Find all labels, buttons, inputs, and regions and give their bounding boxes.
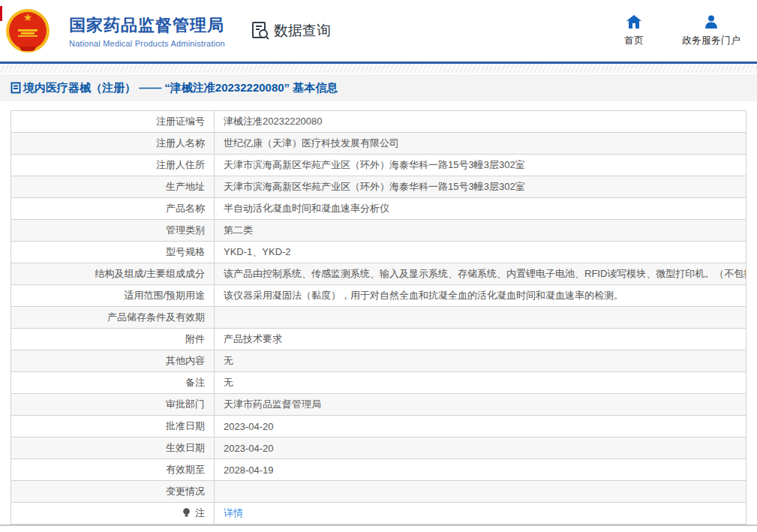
row-registrant-name: 注册人名称 世纪亿康（天津）医疗科技发展有限公司 [11, 133, 746, 155]
row-value: 半自动活化凝血时间和凝血速率分析仪 [215, 198, 746, 220]
breadcrumb-text: 境内医疗器械（注册） —— “津械注准20232220080” 基本信息 [23, 81, 338, 95]
bulb-icon [182, 508, 191, 518]
row-value: 该仪器采用凝固法（黏度），用于对自然全血和抗凝全血的活化凝血时间和凝血速率的检测… [215, 285, 746, 307]
data-query-menu[interactable]: 数据查询 [251, 21, 331, 41]
row-registrant-address: 注册人住所 天津市滨海高新区华苑产业区（环外）海泰华科一路15号3幢3层302室 [11, 155, 746, 176]
breadcrumb: 境内医疗器械（注册） —— “津械注准20232220080” 基本信息 [0, 74, 757, 101]
row-product-name: 产品名称 半自动活化凝血时间和凝血速率分析仪 [11, 198, 746, 220]
row-label: 型号规格 [166, 246, 205, 257]
row-label: 生效日期 [166, 442, 205, 453]
row-label: 变更情况 [166, 485, 205, 497]
row-approval-date: 批准日期 2023-04-20 [11, 416, 746, 437]
row-label: 产品名称 [166, 203, 205, 214]
details-link[interactable]: 详情 [224, 507, 243, 518]
top-nav: 首页 政务服务门户 [620, 15, 740, 47]
row-value: 津械注准20232220080 [215, 111, 746, 133]
row-value: 无 [215, 350, 746, 372]
nav-item-gov-portal[interactable]: 政务服务门户 [682, 15, 740, 47]
row-value: 世纪亿康（天津）医疗科技发展有限公司 [215, 133, 746, 155]
row-other-content: 其他内容 无 [11, 350, 746, 372]
row-value: 天津市滨海高新区华苑产业区（环外）海泰华科一路15号3幢3层302室 [215, 155, 746, 176]
row-remarks: 备注 无 [11, 372, 746, 394]
row-value: 详情 [215, 503, 746, 524]
row-management-category: 管理类别 第二类 [11, 220, 746, 242]
hatch-decoration-band [0, 64, 757, 74]
row-value [215, 307, 746, 329]
row-label: 备注 [185, 377, 205, 388]
site-title: 国家药品监督管理局 [69, 14, 225, 37]
row-label: 有效期至 [166, 464, 205, 475]
site-header: ★ 国家药品监督管理局 National Medical Products Ad… [0, 0, 757, 62]
row-value: 该产品由控制系统、传感监测系统、输入及显示系统、存储系统、内置锂电子电池、RFI… [215, 263, 746, 285]
row-production-address: 生产地址 天津市滨海高新区华苑产业区（环外）海泰华科一路15号3幢3层302室 [11, 176, 746, 198]
home-icon [626, 15, 641, 29]
row-label: 注 [195, 507, 205, 518]
nav-gov-portal-label: 政务服务门户 [682, 34, 740, 47]
row-change-status: 变更情况 [11, 481, 746, 503]
row-value: 产品技术要求 [215, 329, 746, 350]
row-structure-composition: 结构及组成/主要组成成分 该产品由控制系统、传感监测系统、输入及显示系统、存储系… [11, 263, 746, 285]
row-value: 无 [215, 372, 746, 394]
data-query-icon [251, 21, 270, 41]
site-brand: 国家药品监督管理局 National Medical Products Admi… [69, 14, 225, 48]
row-intended-use: 适用范围/预期用途 该仪器采用凝固法（黏度），用于对自然全血和抗凝全血的活化凝血… [11, 285, 746, 307]
registration-info-table: 注册证编号 津械注准20232220080 注册人名称 世纪亿康（天津）医疗科技… [11, 110, 746, 524]
corner-red-decoration [0, 6, 2, 21]
row-label: 管理类别 [166, 224, 205, 236]
row-label: 生产地址 [166, 181, 205, 192]
row-effective-date: 生效日期 2023-04-20 [11, 437, 746, 459]
row-approval-department: 审批部门 天津市药品监督管理局 [11, 394, 746, 416]
row-label: 注册证编号 [156, 116, 205, 127]
row-attachments: 附件 产品技术要求 [11, 329, 746, 350]
info-table-body: 注册证编号 津械注准20232220080 注册人名称 世纪亿康（天津）医疗科技… [11, 111, 746, 524]
site-subtitle: National Medical Products Administration [69, 39, 225, 48]
national-emblem-icon: ★ [6, 9, 50, 53]
data-query-label: 数据查询 [274, 21, 331, 41]
row-registration-number: 注册证编号 津械注准20232220080 [11, 111, 746, 133]
row-label: 适用范围/预期用途 [124, 290, 205, 301]
row-value: 天津市滨海高新区华苑产业区（环外）海泰华科一路15号3幢3层302室 [215, 176, 746, 198]
row-value: 2023-04-20 [215, 437, 746, 459]
row-valid-until: 有效期至 2028-04-19 [11, 459, 746, 481]
row-label: 附件 [185, 333, 205, 344]
nav-home-label: 首页 [624, 34, 644, 47]
row-value: YKD-1、YKD-2 [215, 242, 746, 263]
row-note: 注 详情 [11, 503, 746, 524]
row-value: 天津市药品监督管理局 [215, 394, 746, 416]
row-label: 批准日期 [166, 420, 205, 431]
row-storage-conditions: 产品储存条件及有效期 [11, 307, 746, 329]
row-label: 审批部门 [166, 398, 205, 410]
document-icon [11, 82, 21, 94]
row-value: 2028-04-19 [215, 459, 746, 481]
row-value: 2023-04-20 [215, 416, 746, 437]
row-label: 其他内容 [166, 355, 205, 366]
row-value: 第二类 [215, 220, 746, 242]
row-label: 注册人名称 [156, 137, 205, 149]
row-label: 结构及组成/主要组成成分 [95, 268, 205, 279]
row-label: 注册人住所 [156, 159, 205, 170]
row-model-specification: 型号规格 YKD-1、YKD-2 [11, 242, 746, 263]
user-icon [704, 15, 719, 29]
row-value [215, 481, 746, 503]
row-label: 产品储存条件及有效期 [107, 311, 205, 323]
nav-item-home[interactable]: 首页 [620, 15, 647, 47]
